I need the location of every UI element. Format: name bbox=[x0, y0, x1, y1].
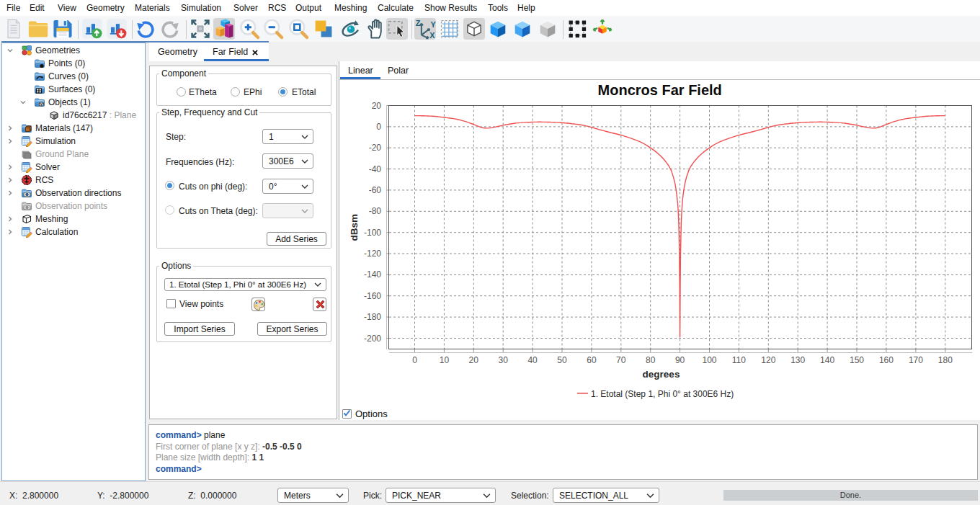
svg-text:40: 40 bbox=[527, 355, 538, 365]
svg-text:140: 140 bbox=[820, 355, 834, 365]
svg-text:170: 170 bbox=[909, 355, 923, 365]
svg-text:-140: -140 bbox=[364, 269, 381, 280]
svg-text:120: 120 bbox=[761, 355, 775, 365]
svg-text:30: 30 bbox=[499, 355, 509, 365]
svg-text:-200: -200 bbox=[364, 334, 381, 344]
svg-text:-20: -20 bbox=[369, 143, 382, 153]
svg-text:-80: -80 bbox=[369, 206, 382, 216]
svg-text:70: 70 bbox=[616, 355, 626, 365]
svg-text:110: 110 bbox=[732, 355, 746, 365]
svg-text:180: 180 bbox=[938, 355, 953, 365]
svg-text:60: 60 bbox=[587, 355, 597, 365]
svg-text:-40: -40 bbox=[369, 164, 382, 174]
svg-text:130: 130 bbox=[790, 355, 805, 365]
svg-text:1. Etotal (Step 1, Phi 0° at 3: 1. Etotal (Step 1, Phi 0° at 300E6 Hz) bbox=[591, 389, 734, 399]
svg-text:-60: -60 bbox=[369, 185, 382, 195]
svg-text:degrees: degrees bbox=[643, 369, 680, 380]
svg-text:X: X bbox=[429, 31, 435, 40]
svg-text:0: 0 bbox=[376, 122, 381, 132]
svg-text:dBsm: dBsm bbox=[349, 214, 360, 241]
svg-text:-160: -160 bbox=[364, 291, 381, 301]
svg-text:Y: Y bbox=[430, 20, 436, 29]
svg-text:50: 50 bbox=[557, 355, 567, 365]
svg-text:90: 90 bbox=[675, 355, 685, 365]
svg-text:80: 80 bbox=[646, 355, 656, 365]
svg-text:0: 0 bbox=[412, 355, 417, 365]
svg-text:100: 100 bbox=[702, 355, 716, 365]
svg-text:150: 150 bbox=[850, 355, 864, 365]
svg-text:20: 20 bbox=[469, 355, 479, 365]
svg-text:-100: -100 bbox=[364, 228, 381, 238]
svg-text:10: 10 bbox=[440, 355, 450, 365]
svg-text:160: 160 bbox=[879, 355, 894, 365]
svg-text:-180: -180 bbox=[364, 312, 381, 322]
svg-text:20: 20 bbox=[372, 101, 382, 111]
svg-text:-120: -120 bbox=[364, 249, 381, 259]
svg-text:Z: Z bbox=[416, 19, 421, 27]
svg-text:Moncros Far Field: Moncros Far Field bbox=[598, 82, 722, 98]
